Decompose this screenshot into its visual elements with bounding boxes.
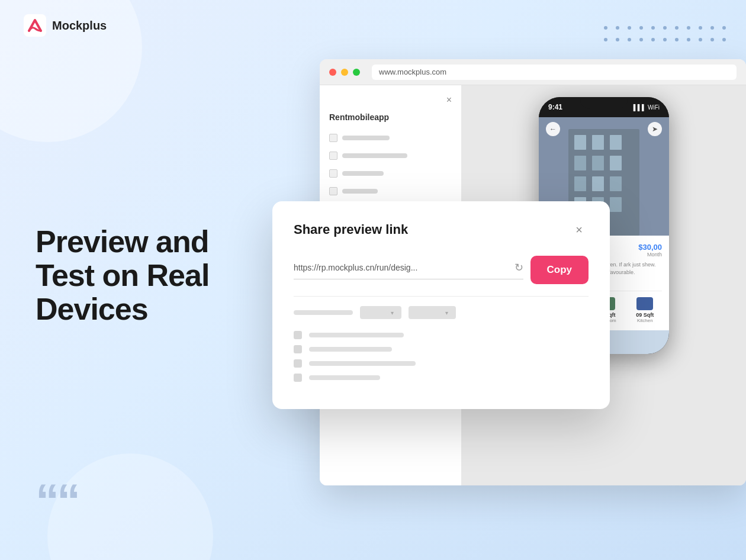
sidebar-checkbox <box>329 152 337 160</box>
mockplus-logo-icon <box>24 14 46 37</box>
hero-title-line1: Preview and <box>36 224 208 259</box>
skeleton-row <box>294 345 589 353</box>
skel-dropdown-icon: ▾ <box>391 310 394 316</box>
modal-header: Share preview link × <box>294 220 589 239</box>
modal-skeleton-area: ▾ ▾ <box>294 296 589 382</box>
kitchen-size: 09 Sqft <box>636 312 654 318</box>
skel-bar <box>309 347 392 352</box>
sidebar-line <box>342 171 384 176</box>
svg-rect-6 <box>574 156 586 170</box>
hero-title-line3: Devices <box>36 292 148 326</box>
sidebar-close-icon[interactable]: × <box>446 95 452 105</box>
quote-decoration: ““ <box>36 477 78 524</box>
skeleton-row <box>294 359 589 368</box>
skel-select: ▾ <box>409 306 456 319</box>
browser-dot-green[interactable] <box>353 69 360 76</box>
phone-status-icons: ▌▌▌ WiFi <box>634 104 660 111</box>
modal-link-input[interactable] <box>294 263 510 272</box>
app-name: Mockplus <box>52 19 107 33</box>
skel-checkbox <box>294 359 302 368</box>
sidebar-item <box>329 134 452 142</box>
skel-checkbox <box>294 345 302 353</box>
hero-title-line2: Test on Real <box>36 258 209 292</box>
svg-rect-14 <box>610 197 622 212</box>
phone-location-button[interactable]: ➤ <box>648 122 662 136</box>
share-preview-modal: Share preview link × ↻ Copy ▾ ▾ <box>272 201 610 409</box>
skel-bar <box>294 310 353 315</box>
svg-rect-10 <box>592 176 604 191</box>
skel-checkbox <box>294 331 302 339</box>
phone-feature-kitchen: 09 Sqft Kitchen <box>636 297 654 323</box>
phone-nav-bar: ← ➤ <box>539 117 669 141</box>
phone-signal-icon: ▌▌▌ <box>634 104 646 111</box>
svg-rect-8 <box>610 156 622 170</box>
copy-button[interactable]: Copy <box>530 256 589 284</box>
sidebar-close-area: × <box>329 95 452 105</box>
phone-back-button[interactable]: ← <box>546 122 560 136</box>
refresh-icon[interactable]: ↻ <box>515 261 523 274</box>
svg-rect-0 <box>24 14 46 37</box>
modal-close-button[interactable]: × <box>570 220 589 239</box>
phone-price-period: Month <box>638 252 662 258</box>
phone-price: $30,00 <box>638 243 662 252</box>
svg-rect-11 <box>610 176 622 191</box>
dot-grid-decoration <box>602 24 728 44</box>
skel-bar <box>309 333 404 337</box>
phone-time: 9:41 <box>548 103 562 111</box>
svg-rect-7 <box>592 156 604 170</box>
sidebar-project-title: Rentmobileapp <box>329 112 452 122</box>
browser-url-bar[interactable]: www.mockplus.com <box>372 65 737 80</box>
phone-status-bar: 9:41 ▌▌▌ WiFi <box>539 97 669 117</box>
browser-url-text: www.mockplus.com <box>379 67 446 76</box>
sidebar-item <box>329 187 452 195</box>
sidebar-checkbox <box>329 169 337 178</box>
hero-section: Preview and Test on Real Devices <box>36 225 209 327</box>
modal-title: Share preview link <box>294 222 408 237</box>
sidebar-checkbox <box>329 187 337 195</box>
skel-select: ▾ <box>360 306 401 319</box>
modal-input-wrap: ↻ <box>294 261 523 279</box>
skel-bar <box>413 310 443 315</box>
skeleton-row: ▾ ▾ <box>294 306 589 319</box>
sidebar-line <box>342 136 390 140</box>
sidebar-checkbox <box>329 134 337 142</box>
modal-divider <box>294 296 589 297</box>
skeleton-row <box>294 374 589 382</box>
skel-checkbox <box>294 374 302 382</box>
kitchen-icon <box>636 297 653 310</box>
sidebar-line <box>342 189 378 194</box>
modal-link-row: ↻ Copy <box>294 256 589 284</box>
sidebar-line <box>342 153 407 158</box>
skel-bar <box>365 310 388 315</box>
spacer <box>294 325 589 331</box>
skel-bar <box>309 361 416 366</box>
phone-wifi-icon: WiFi <box>648 104 660 111</box>
skel-bar <box>309 375 380 380</box>
browser-bar: www.mockplus.com <box>320 59 746 85</box>
skeleton-row <box>294 331 589 339</box>
header: Mockplus <box>24 14 107 37</box>
sidebar-item <box>329 152 452 160</box>
browser-dot-red[interactable] <box>329 69 336 76</box>
sidebar-item <box>329 169 452 178</box>
kitchen-label: Kitchen <box>636 318 654 323</box>
browser-dot-yellow[interactable] <box>341 69 348 76</box>
skel-dropdown-icon: ▾ <box>445 310 448 316</box>
hero-title: Preview and Test on Real Devices <box>36 225 209 327</box>
phone-notch <box>580 97 628 109</box>
svg-rect-9 <box>574 176 586 191</box>
